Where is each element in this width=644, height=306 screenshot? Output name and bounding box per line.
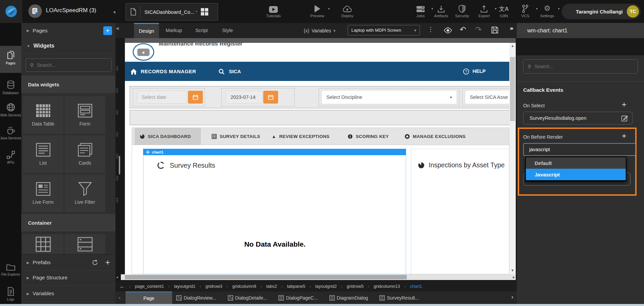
prefabs-section[interactable]: ▶ Prefabs + <box>21 254 115 271</box>
breadcrumb-item[interactable]: gridrow3 <box>206 284 222 289</box>
grid-view-icon[interactable] <box>200 7 209 16</box>
toolbar-tutorials[interactable]: Tutorials <box>259 3 288 18</box>
widget-live-filter[interactable]: Live Filter <box>64 174 105 212</box>
nav-help[interactable]: HELP <box>473 68 486 74</box>
preview-eye-icon[interactable] <box>444 26 452 35</box>
h-scroll-left-icon[interactable]: ◂ <box>116 275 118 279</box>
date-from-calendar-button[interactable] <box>188 91 203 104</box>
prefabs-refresh-icon[interactable] <box>92 259 99 266</box>
nav-search-icon[interactable] <box>219 69 224 75</box>
widget-panel[interactable] <box>64 234 105 254</box>
more-options-icon[interactable]: ⋮ <box>428 26 434 33</box>
breadcrumb-item[interactable]: layoutgrid2 <box>315 284 337 289</box>
tabs-scroll-right-icon[interactable]: › <box>511 293 513 301</box>
undo-icon[interactable]: ↶ <box>460 25 466 34</box>
canvas-vertical-scrollbar[interactable]: ▲ ▼ <box>509 43 516 274</box>
tab-sica-dashboard[interactable]: SICA DASHBOARD <box>135 128 201 145</box>
on-select-value-box[interactable]: SurveyResultsdialog.open <box>523 112 633 124</box>
scroll-down-icon[interactable]: ▼ <box>509 269 516 272</box>
widget-data-table[interactable]: Data Table <box>23 96 63 134</box>
v-scroll-thumb[interactable] <box>510 57 515 121</box>
h-scroll-right-icon[interactable]: ▸ <box>513 275 515 279</box>
rail-item-databases[interactable]: Databases <box>0 80 21 95</box>
breadcrumb-item[interactable]: tabpane5 <box>287 284 305 289</box>
canvas-horizontal-scrollbar[interactable]: ▸ <box>121 274 516 280</box>
rail-item-apis[interactable]: APIs <box>0 150 21 165</box>
breadcrumb-item[interactable]: gridcolumn9 <box>232 284 256 289</box>
on-select-add-button[interactable]: + <box>622 101 626 108</box>
open-file-tab[interactable]: SICADashboard_Co... * <box>126 3 218 21</box>
nav-brand[interactable]: RECORDS MANAGER <box>141 68 196 74</box>
user-menu[interactable]: Tarangini Chollangi TC <box>562 4 641 19</box>
edit-icon[interactable] <box>621 115 628 121</box>
page-structure-section[interactable]: ▶ Page Structure <box>21 270 115 286</box>
bottom-tab-dialog[interactable]: SurveyResult... <box>379 295 419 301</box>
bottom-tab-dialog[interactable]: DialogDetaile... <box>228 295 267 301</box>
rail-item-logs[interactable]: Logs <box>0 287 21 302</box>
project-name[interactable]: LOArcSpeedRM (3) <box>46 7 96 14</box>
tab-markup[interactable]: Markup <box>163 23 185 38</box>
prefabs-add-icon[interactable]: + <box>105 258 110 267</box>
breadcrumb-item[interactable]: tabs2 <box>266 284 277 289</box>
home-icon[interactable] <box>131 69 137 75</box>
side-chart-widget[interactable]: Inspections by Asset Type <box>411 149 509 274</box>
on-before-render-add-button[interactable]: + <box>622 133 626 139</box>
dropdown-option-default[interactable]: Default <box>526 157 626 169</box>
widget-cards[interactable]: Cards <box>64 135 105 173</box>
rail-item-file-explorer[interactable]: File Explorer <box>0 263 21 277</box>
tab-style[interactable]: Style <box>218 23 237 38</box>
toolbar-settings[interactable]: ⚙ ▾ Settings <box>533 3 562 18</box>
discipline-select[interactable]: Select Discipline ▾ <box>321 90 457 104</box>
widget-search-input[interactable] <box>36 62 97 68</box>
device-selector[interactable]: Laptop with MDPI Screen ▾ <box>348 25 420 35</box>
move-handle-icon[interactable] <box>146 150 150 154</box>
tab-survey-details[interactable]: SURVEY DETAILS <box>207 128 261 145</box>
chart1-selection-bar[interactable]: chart1 <box>143 149 406 155</box>
asset-select[interactable]: Select SICA Asse <box>465 90 509 104</box>
rail-item-java-services[interactable]: Java Services <box>0 126 21 140</box>
save-icon[interactable] <box>491 26 499 34</box>
breadcrumb-item[interactable]: gridcolumn13 <box>374 284 400 289</box>
date-to-calendar-button[interactable] <box>263 91 278 104</box>
date-to-input[interactable]: 2023-07-14 <box>225 91 263 104</box>
rail-item-pages[interactable]: Pages <box>0 51 21 65</box>
widget-list[interactable]: List <box>23 135 63 173</box>
scroll-up-icon[interactable]: ▲ <box>509 44 516 48</box>
pages-collapse-arrow-icon[interactable]: ▶ <box>27 29 29 32</box>
tab-review-exceptions[interactable]: ▲ REVIEW EXCEPTIONS <box>267 128 337 145</box>
project-switch-caret[interactable]: ▾ <box>113 9 116 15</box>
bottom-tab-dialog[interactable]: DialogReview... <box>176 295 216 301</box>
help-icon[interactable]: ? <box>463 68 469 75</box>
tab-script[interactable]: Script <box>192 23 211 38</box>
breadcrumb-item-active[interactable]: chart1 <box>410 284 422 289</box>
project-avatar[interactable] <box>28 4 42 18</box>
preview-caret-icon[interactable]: ▾ <box>328 7 330 10</box>
tab-manage-exclusions[interactable]: MANAGE EXCLUSIONS <box>400 128 473 145</box>
nav-search-label[interactable]: SICA <box>229 68 241 74</box>
breadcrumb-item[interactable]: layoutgrid1 <box>174 284 195 289</box>
redo-icon[interactable]: ↷ <box>475 25 482 34</box>
tab-design[interactable]: Design <box>134 23 159 39</box>
add-page-button[interactable]: + <box>103 26 112 35</box>
toolbar-deploy[interactable]: Deploy <box>333 3 362 18</box>
widget-form[interactable]: Form <box>64 96 105 134</box>
canvas-left-scrollbar[interactable] <box>119 156 120 174</box>
collapse-right-panel-icon[interactable]: » <box>510 25 513 32</box>
properties-search[interactable]: ⚲ <box>523 59 638 74</box>
variables-section[interactable]: ▶ Variables <box>21 286 115 302</box>
widgets-section-header[interactable]: ▼ Widgets <box>21 38 115 54</box>
on-before-render-input[interactable]: javascript <box>523 143 636 156</box>
tabs-scroll-left-icon[interactable]: ‹ <box>119 295 120 300</box>
chart1-widget[interactable]: chart1 Survey Results No Data Available. <box>143 149 406 274</box>
date-from-input[interactable]: Select date <box>137 91 187 104</box>
widget-grid-layout[interactable] <box>23 234 63 254</box>
toolbar-preview[interactable]: ▾ Preview <box>303 3 332 18</box>
variables-menu[interactable]: {x} Variables ▾ <box>304 23 336 38</box>
widget-live-form[interactable]: Live Form <box>23 174 63 212</box>
wavemaker-logo[interactable] <box>0 0 22 23</box>
bottom-tab-page[interactable]: Page <box>126 291 172 304</box>
breadcrumb-back-icon[interactable]: ← <box>119 283 125 289</box>
settings-caret-icon[interactable]: ▾ <box>558 7 560 10</box>
breadcrumb-item[interactable]: page_content1 <box>135 284 164 289</box>
tab-scoring-key[interactable]: SCORING KEY <box>343 128 394 145</box>
